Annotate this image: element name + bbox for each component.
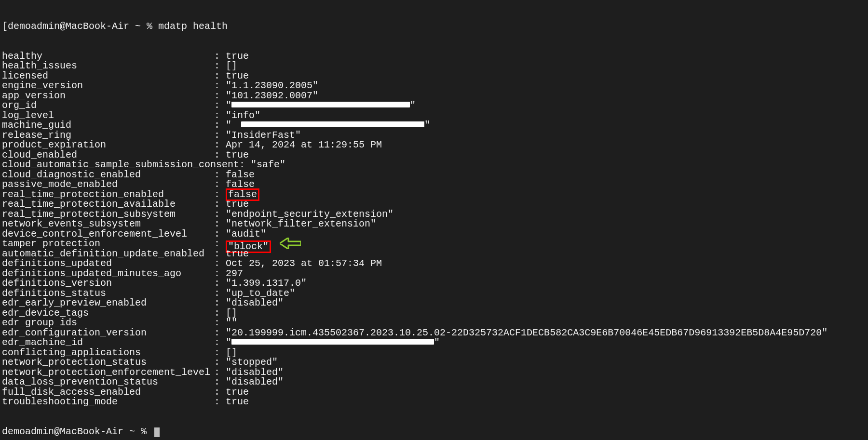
output-row-cloud_diagnostic_enabled: cloud_diagnostic_enabled: false (2, 170, 868, 180)
kv-separator: : (214, 219, 226, 229)
output-value-edr_machine_id: "" (226, 338, 440, 348)
output-row-cloud_enabled: cloud_enabled: true (2, 150, 868, 160)
output-value-cloud_enabled: true (226, 150, 249, 160)
kv-separator: : (239, 160, 251, 170)
output-key-edr_machine_id: edr_machine_id (2, 338, 214, 348)
output-value-definitions_updated_minutes_ago: 297 (226, 269, 243, 279)
output-key-full_disk_access_enabled: full_disk_access_enabled (2, 387, 214, 398)
output-row-real_time_protection_subsystem: real_time_protection_subsystem: "endpoin… (2, 210, 868, 220)
output-value-health_issues: [] (226, 61, 237, 71)
kv-separator: : (214, 377, 226, 387)
kv-separator: : (214, 229, 226, 240)
output-row-cloud_automatic_sample_submission_consent: cloud_automatic_sample_submission_consen… (2, 160, 868, 170)
prompt-text: demoadmin@MacBook-Air ~ % (2, 426, 152, 437)
kv-separator: : (214, 210, 226, 220)
output-key-log_level: log_level (2, 111, 214, 121)
output-key-app_version: app_version (2, 91, 214, 101)
output-value-network_protection_enforcement_level: "disabled" (226, 368, 284, 378)
output-row-automatic_definition_update_enabled: automatic_definition_update_enabled: tru… (2, 249, 868, 259)
output-row-network_events_subsystem: network_events_subsystem: "network_filte… (2, 219, 868, 229)
output-value-full_disk_access_enabled: true (226, 387, 249, 398)
terminal-window[interactable]: [demoadmin@MacBook-Air ~ % mdatp health … (0, 0, 868, 440)
redacted-value (231, 339, 434, 345)
output-key-edr_device_tags: edr_device_tags (2, 308, 214, 319)
output-value-cloud_diagnostic_enabled: false (226, 170, 255, 180)
kv-separator: : (214, 259, 226, 269)
output-row-conflicting_applications: conflicting_applications: [] (2, 348, 868, 358)
output-key-tamper_protection: tamper_protection (2, 239, 214, 249)
output-value-release_ring: "InsiderFast" (226, 131, 301, 141)
output-key-troubleshooting_mode: troubleshooting_mode (2, 397, 214, 407)
output-key-definitions_updated: definitions_updated (2, 259, 214, 269)
output-key-definitions_status: definitions_status (2, 289, 214, 299)
kv-separator: : (214, 120, 226, 131)
output-value-definitions_updated: Oct 25, 2023 at 01:57:34 PM (226, 259, 382, 269)
output-key-conflicting_applications: conflicting_applications (2, 348, 214, 358)
output-row-machine_guid: machine_guid: "" (2, 120, 868, 131)
output-row-definitions_updated_minutes_ago: definitions_updated_minutes_ago: 297 (2, 269, 868, 279)
output-row-passive_mode_enabled: passive_mode_enabled: false (2, 180, 868, 190)
output-key-network_protection_status: network_protection_status (2, 358, 214, 368)
kv-separator: : (214, 150, 226, 160)
output-key-edr_group_ids: edr_group_ids (2, 318, 214, 328)
output-key-engine_version: engine_version (2, 81, 214, 91)
output-key-release_ring: release_ring (2, 131, 214, 141)
output-key-network_protection_enforcement_level: network_protection_enforcement_level (2, 368, 214, 378)
output-value-edr_configuration_version: "20.199999.icm.435502367.2023.10.25.02-2… (226, 328, 827, 338)
output-key-real_time_protection_available: real_time_protection_available (2, 200, 214, 210)
kv-separator: : (214, 71, 226, 81)
output-key-data_loss_prevention_status: data_loss_prevention_status (2, 377, 214, 387)
kv-separator: : (214, 308, 226, 319)
output-key-passive_mode_enabled: passive_mode_enabled (2, 180, 214, 190)
output-row-edr_group_ids: edr_group_ids: "" (2, 318, 868, 328)
kv-separator: : (214, 397, 226, 407)
kv-separator: : (214, 239, 226, 249)
output-row-log_level: log_level: "info" (2, 111, 868, 121)
output-value-network_protection_status: "stopped" (226, 358, 278, 368)
output-key-edr_configuration_version: edr_configuration_version (2, 328, 214, 338)
command-prompt-line: [demoadmin@MacBook-Air ~ % mdatp health (2, 22, 868, 32)
output-value-troubleshooting_mode: true (226, 397, 249, 407)
output-row-app_version: app_version: "101.23092.0007" (2, 91, 868, 101)
output-key-network_events_subsystem: network_events_subsystem (2, 219, 214, 229)
output-value-conflicting_applications: [] (226, 348, 237, 358)
output-value-cloud_automatic_sample_submission_consent: "safe" (251, 160, 285, 170)
kv-separator: : (214, 190, 226, 200)
output-value-real_time_protection_subsystem: "endpoint_security_extension" (226, 210, 393, 220)
output-row-real_time_protection_available: real_time_protection_available: true (2, 200, 868, 210)
output-row-edr_configuration_version: edr_configuration_version: "20.199999.ic… (2, 328, 868, 338)
annotation-arrow-icon (280, 238, 301, 249)
output-row-network_protection_status: network_protection_status: "stopped" (2, 358, 868, 368)
output-row-troubleshooting_mode: troubleshooting_mode: true (2, 397, 868, 407)
kv-separator: : (214, 200, 226, 210)
output-value-definitions_version: "1.399.1317.0" (226, 279, 307, 289)
output-key-machine_guid: machine_guid (2, 120, 214, 131)
redacted-value (241, 121, 424, 127)
output-key-device_control_enforcement_level: device_control_enforcement_level (2, 229, 214, 240)
output-value-product_expiration: Apr 14, 2024 at 11:29:55 PM (226, 140, 382, 150)
output-key-health_issues: health_issues (2, 61, 214, 71)
kv-separator: : (214, 101, 226, 111)
output-row-release_ring: release_ring: "InsiderFast" (2, 131, 868, 141)
output-value-data_loss_prevention_status: "disabled" (226, 377, 284, 387)
output-value-licensed: true (226, 71, 249, 81)
output-row-definitions_updated: definitions_updated: Oct 25, 2023 at 01:… (2, 259, 868, 269)
kv-separator: : (214, 338, 226, 348)
output-row-edr_early_preview_enabled: edr_early_preview_enabled: "disabled" (2, 298, 868, 308)
redacted-value (231, 102, 410, 107)
output-row-definitions_status: definitions_status: "up_to_date" (2, 289, 868, 299)
output-key-cloud_enabled: cloud_enabled (2, 150, 214, 160)
shell-prompt[interactable]: demoadmin@MacBook-Air ~ % (2, 427, 868, 437)
output-key-automatic_definition_update_enabled: automatic_definition_update_enabled (2, 249, 214, 259)
output-row-data_loss_prevention_status: data_loss_prevention_status: "disabled" (2, 377, 868, 387)
output-row-network_protection_enforcement_level: network_protection_enforcement_level: "d… (2, 368, 868, 378)
output-value-edr_group_ids: "" (226, 318, 237, 328)
output-row-edr_machine_id: edr_machine_id: "" (2, 338, 868, 348)
kv-separator: : (214, 318, 226, 328)
output-key-product_expiration: product_expiration (2, 140, 214, 150)
kv-separator: : (214, 61, 226, 71)
output-row-health_issues: health_issues: [] (2, 61, 868, 71)
output-row-licensed: licensed: true (2, 71, 868, 81)
kv-separator: : (214, 387, 226, 398)
output-key-healthy: healthy (2, 52, 214, 62)
